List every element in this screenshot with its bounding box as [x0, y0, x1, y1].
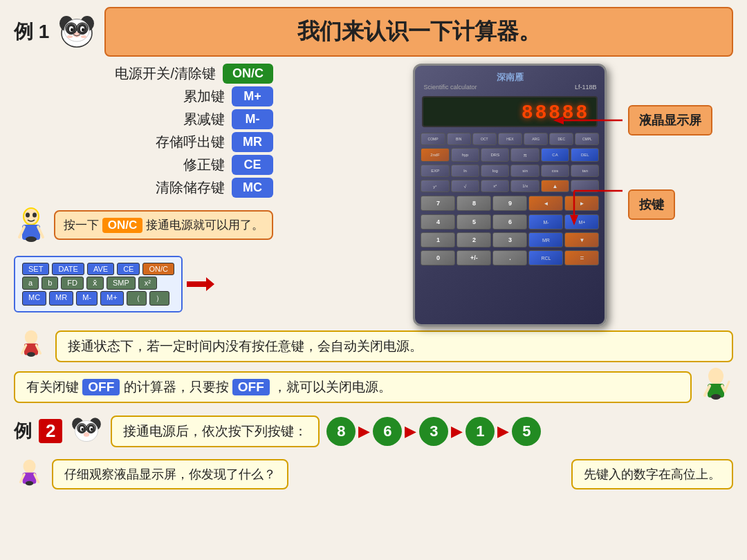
key-badge-mminus: M-	[232, 109, 273, 129]
calc-btn-exp: EXP	[421, 165, 449, 177]
ex2-text: 接通电源后，依次按下列按键：	[111, 416, 320, 447]
calc-btn-equals: =	[564, 250, 599, 265]
calc-btn-2nd: 2ndF	[421, 148, 449, 162]
kbd-smp: SMP	[107, 277, 136, 290]
student-icon-4	[14, 458, 45, 489]
key-badge-mplus: M+	[232, 86, 273, 106]
off-text-after: ，就可以关闭电源。	[273, 380, 391, 394]
label-text-mc: 清除储存键	[156, 178, 225, 197]
svg-point-13	[67, 35, 73, 38]
calc-subtitle: Scientific calculator	[423, 84, 477, 91]
instruction-before: 按一下	[64, 218, 99, 232]
kbd-ave: AVE	[87, 263, 114, 275]
label-row-onc: 电源开关/清除键 ON/C	[14, 64, 273, 84]
calc-numpad-1-3: 1 2 3 MR ▼	[415, 231, 605, 249]
screen-arrow-icon	[553, 113, 622, 127]
svg-point-23	[26, 236, 37, 242]
calc-btn-sin: sin	[510, 165, 539, 177]
calc-btn-2: 2	[456, 232, 491, 248]
label-text-mplus: 累加键	[183, 87, 225, 106]
svg-marker-31	[570, 215, 578, 225]
ex2-label: 例	[14, 419, 32, 443]
seq-arrow-4: ▶	[497, 422, 509, 440]
calc-btn-7: 7	[421, 196, 455, 211]
kbd-b: b	[42, 277, 58, 290]
label-row-mr: 存储呼出键 MR	[14, 132, 273, 152]
svg-point-32	[25, 330, 37, 344]
calc-btn-inv: 1/x	[510, 180, 539, 192]
svg-point-20	[26, 213, 30, 218]
label-text-ce: 修正键	[183, 156, 225, 174]
main-title: 我们来认识一下计算器。	[104, 7, 733, 57]
label-row-mc: 清除储存键 MC	[14, 178, 273, 198]
info-row-2: 有关闭键 OFF 的计算器，只要按 OFF ，就可以关闭电源。	[14, 366, 733, 408]
svg-point-51	[91, 428, 93, 431]
calc-model: Lf-118B	[575, 84, 597, 91]
kbd-lparen: （	[127, 291, 147, 306]
calc-btn-1: 1	[421, 232, 455, 248]
seq-num-6: 6	[373, 417, 402, 446]
calc-btn-8: 8	[456, 196, 491, 211]
kbd-row-1: SET DATE AVE CE ON/C	[22, 263, 174, 275]
calc-numpad-0: 0 +/- . RCL =	[415, 249, 605, 267]
instruction-highlight: ON/C	[102, 218, 143, 233]
kbd-row-3: MC MR M- M+ （ ）	[22, 291, 174, 306]
instruction-box: 按一下 ON/C 接通电源就可以用了。	[54, 210, 273, 240]
kbd-fd: FD	[61, 277, 84, 290]
header: 例 1 我们来认识一下计算器。	[0, 0, 747, 64]
keys-label: 按键	[628, 189, 675, 220]
svg-point-42	[711, 394, 721, 400]
svg-point-9	[82, 28, 84, 32]
example-label: 例 1	[14, 19, 49, 45]
keyboard-diagram: SET DATE AVE CE ON/C a b FD x̄ SMP x² MC…	[14, 256, 183, 312]
ex2-num: 2	[39, 419, 62, 443]
info-row-1: 接通状态下，若一定时间内没有按任意键，会自动关闭电源。	[14, 329, 733, 364]
label-row-ce: 修正键 CE	[14, 155, 273, 175]
info-text-2: 有关闭键 OFF 的计算器，只要按 OFF ，就可以关闭电源。	[14, 371, 692, 403]
svg-marker-28	[553, 116, 564, 124]
calc-btn-ln: ln	[451, 165, 479, 177]
calc-btn-drs: DRS	[481, 148, 509, 162]
label-text-mminus: 累减键	[183, 110, 225, 129]
seq-arrow-1: ▶	[358, 422, 370, 440]
seq-arrow-3: ▶	[451, 422, 463, 440]
last-row: 仔细观察液晶显示屏，你发现了什么？ 先键入的数字在高位上。	[0, 454, 747, 494]
calc-callouts: 液晶显示屏 按键	[553, 105, 712, 225]
kbd-onc: ON/C	[142, 263, 174, 275]
calc-btn-4: 4	[421, 214, 455, 230]
calc-btn-yx: yˣ	[421, 180, 449, 192]
keys-callout: 按键	[553, 184, 712, 225]
kbd-mminus: M-	[76, 291, 98, 306]
off-badge-1: OFF	[82, 379, 120, 395]
label-row-mplus: 累加键 M+	[14, 86, 273, 106]
calc-btn-log: log	[481, 165, 509, 177]
kbd-mc: MC	[22, 291, 46, 306]
svg-line-41	[725, 382, 729, 391]
calc-btn-9: 9	[492, 196, 527, 211]
bottom-right-text: 先键入的数字在高位上。	[571, 459, 733, 489]
svg-point-21	[33, 213, 37, 218]
seq-num-3: 3	[419, 417, 448, 446]
student-icon	[14, 206, 48, 248]
label-row-mminus: 累减键 M-	[14, 109, 273, 129]
calc-brand-text: 深南雁	[497, 72, 524, 82]
calc-btn-0: 0	[421, 250, 455, 265]
seq-arrow-2: ▶	[405, 422, 416, 440]
kbd-xbar: x̄	[86, 277, 104, 290]
seq-num-1: 1	[465, 417, 495, 446]
calc-btn-rcl: RCL	[528, 250, 563, 265]
kbd-x2: x²	[138, 277, 157, 290]
svg-point-37	[708, 368, 723, 384]
label-text-onc: 电源开关/清除键	[115, 64, 216, 83]
screen-label: 液晶显示屏	[628, 105, 712, 136]
off-text-before: 有关闭键	[26, 380, 79, 394]
calc-btn-down: ▼	[564, 232, 599, 248]
calc-btn-x2b: x²	[481, 180, 509, 192]
svg-point-59	[26, 481, 33, 486]
info-text-1: 接通状态下，若一定时间内没有按任意键，会自动关闭电源。	[55, 330, 733, 362]
kbd-set: SET	[22, 263, 49, 275]
calc-btn-bin: BIN	[447, 133, 471, 145]
calc-btn-mr: MR	[528, 232, 563, 248]
calc-btn-6: 6	[492, 214, 527, 230]
calc-btn-arg: ARG	[524, 133, 548, 145]
